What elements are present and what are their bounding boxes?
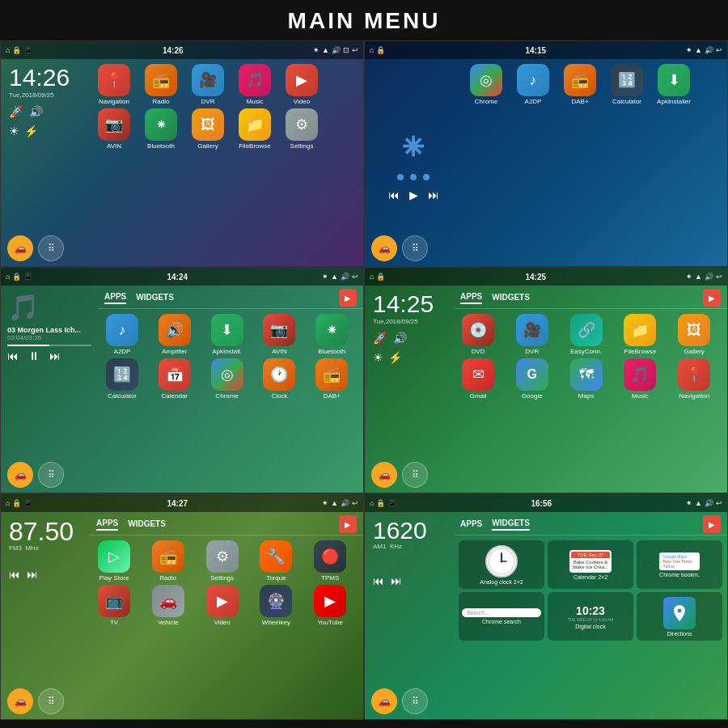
back-icon-3[interactable]: ↩ bbox=[352, 273, 358, 281]
app-vehicle-5[interactable]: 🚗 Vehicle bbox=[147, 585, 189, 626]
app-dab-3[interactable]: 📻 DAB+ bbox=[311, 358, 353, 400]
tab-apps-5[interactable]: APPS bbox=[96, 518, 118, 531]
freq-next-btn[interactable]: ⏭ bbox=[27, 568, 38, 581]
app-google-4[interactable]: G Google bbox=[511, 358, 553, 400]
app-torque-5[interactable]: 🔧 Torque bbox=[255, 540, 297, 582]
back-icon-2[interactable]: ↩ bbox=[716, 46, 722, 54]
app-apkinstall-3[interactable]: ⬇ ApkInstall. bbox=[206, 314, 248, 355]
app-amplifier-3[interactable]: 🔊 Amplifier bbox=[154, 314, 196, 355]
app-a2dp-p2[interactable]: ♪ A2DP bbox=[512, 64, 554, 105]
home-icon-4[interactable]: ⌂ bbox=[370, 273, 374, 281]
apps-button-1[interactable]: ⠿ bbox=[38, 235, 64, 261]
tab-play-6[interactable]: ▶ bbox=[703, 515, 721, 533]
expand-icon[interactable]: ⊡ bbox=[343, 46, 349, 54]
tab-play-3[interactable]: ▶ bbox=[339, 289, 357, 307]
app-chrome-3[interactable]: ◎ Chrome bbox=[206, 358, 248, 400]
app-clock-3[interactable]: 🕐 Clock bbox=[258, 358, 300, 400]
prev-btn[interactable]: ⏮ bbox=[7, 349, 19, 362]
app-wheelkey-5[interactable]: 🎡 Wheelkey bbox=[255, 585, 297, 626]
back-icon[interactable]: ↩ bbox=[352, 46, 358, 54]
rewind-btn[interactable]: ⏮ bbox=[388, 188, 400, 201]
app-settings-5[interactable]: ⚙ Settings bbox=[201, 540, 243, 582]
app-video[interactable]: ▶ Video bbox=[281, 64, 323, 105]
app-calendar-3[interactable]: 📅 Calendar bbox=[154, 358, 196, 400]
app-nav-4[interactable]: 📍 Navigation bbox=[673, 358, 715, 400]
volume-icon[interactable]: 🔊 bbox=[332, 46, 341, 54]
app-chrome-p2[interactable]: ◎ Chrome bbox=[465, 64, 507, 105]
speaker-icon-4[interactable]: 🔊 bbox=[393, 332, 407, 345]
car-button-6[interactable]: 🚗 bbox=[371, 688, 397, 714]
app-apkinstall-p2[interactable]: ⬇ ApkInstaller bbox=[653, 64, 695, 105]
apps-button-6[interactable]: ⠿ bbox=[402, 688, 428, 714]
app-maps-4[interactable]: 🗺 Maps bbox=[565, 358, 607, 400]
app-youtube-5[interactable]: ▶ YouTube bbox=[309, 585, 351, 626]
forward-btn[interactable]: ⏭ bbox=[428, 188, 439, 201]
volume-icon-6[interactable]: 🔊 bbox=[705, 499, 713, 507]
app-bluetooth-3[interactable]: ⁕ Bluetooth bbox=[311, 314, 353, 355]
equalizer-icon-4[interactable]: ⚡ bbox=[388, 351, 402, 364]
app-a2dp-3[interactable]: ♪ A2DP bbox=[101, 314, 143, 355]
volume-icon-2[interactable]: 🔊 bbox=[705, 46, 713, 54]
tab-apps-4[interactable]: APPS bbox=[460, 292, 482, 304]
app-calculator-3[interactable]: 🔢 Calculator bbox=[101, 358, 143, 400]
app-navigation[interactable]: 📍 Navigation bbox=[93, 64, 135, 105]
tab-play-5[interactable]: ▶ bbox=[339, 515, 357, 533]
app-avin-3[interactable]: 📷 AVIN bbox=[258, 314, 300, 355]
app-calculator-p2[interactable]: 🔢 Calculator bbox=[606, 64, 648, 105]
tab-widgets-5[interactable]: WIDGETS bbox=[128, 519, 166, 530]
next-btn[interactable]: ⏭ bbox=[49, 349, 61, 362]
app-playstore-5[interactable]: ▷ Play Store bbox=[93, 540, 135, 582]
app-dvd-4[interactable]: 💿 DVD bbox=[457, 314, 499, 355]
back-icon-6[interactable]: ↩ bbox=[716, 499, 722, 507]
app-settings[interactable]: ⚙ Settings bbox=[281, 108, 323, 150]
apps-button-4[interactable]: ⠿ bbox=[402, 462, 428, 488]
car-button-1[interactable]: 🚗 bbox=[7, 235, 33, 261]
back-icon-4[interactable]: ↩ bbox=[716, 273, 722, 281]
widget-chrome-bookmarks[interactable]: · Google Maps · New York Times · Yahoo C… bbox=[637, 540, 722, 589]
car-button-2[interactable]: 🚗 bbox=[371, 235, 397, 261]
tab-apps-6[interactable]: APPS bbox=[460, 519, 482, 530]
am-next-btn[interactable]: ⏭ bbox=[391, 574, 402, 587]
car-button-4[interactable]: 🚗 bbox=[371, 462, 397, 488]
freq-prev-btn[interactable]: ⏮ bbox=[9, 568, 20, 581]
volume-icon-3[interactable]: 🔊 bbox=[341, 273, 349, 281]
car-button-5[interactable]: 🚗 bbox=[7, 688, 33, 714]
widget-directions[interactable]: Directions bbox=[637, 592, 722, 641]
widget-analog-clock[interactable]: Analog clock 2×2 bbox=[459, 540, 544, 589]
app-gallery[interactable]: 🖼 Gallery bbox=[187, 108, 229, 150]
app-avin[interactable]: 📷 AVIN bbox=[93, 108, 135, 150]
widget-calendar[interactable]: TUE Sep 27 Bake Cookies &Make Ice Crea..… bbox=[548, 540, 633, 589]
tab-play-4[interactable]: ▶ bbox=[703, 289, 721, 307]
pause-btn[interactable]: ⏸ bbox=[28, 349, 40, 362]
back-icon-5[interactable]: ↩ bbox=[352, 499, 358, 507]
widget-chrome-search[interactable]: Search... Chrome search bbox=[459, 592, 544, 641]
brightness-icon-4[interactable]: ☀ bbox=[373, 351, 383, 364]
app-video-5[interactable]: ▶ Video bbox=[201, 585, 243, 626]
app-tv-5[interactable]: 📺 TV bbox=[93, 585, 135, 626]
home-icon-3[interactable]: ⌂ bbox=[6, 273, 10, 281]
widget-digital-clock[interactable]: 10:23 TUE WED 04 10 4:43 AM Digital cloc… bbox=[548, 592, 633, 641]
app-filebrowse[interactable]: 📁 FileBrowse bbox=[234, 108, 276, 150]
tab-widgets-6[interactable]: WIDGETS bbox=[492, 518, 530, 531]
tab-widgets-3[interactable]: WIDGETS bbox=[136, 293, 174, 303]
app-bluetooth[interactable]: ⁕ Bluetooth bbox=[140, 108, 182, 150]
app-filebrowse-4[interactable]: 📁 FileBrowse bbox=[619, 314, 661, 355]
home-icon[interactable]: ⌂ bbox=[6, 46, 10, 54]
home-icon-5[interactable]: ⌂ bbox=[6, 499, 10, 507]
app-music[interactable]: 🎵 Music bbox=[234, 64, 276, 105]
brightness-icon[interactable]: ☀ bbox=[9, 125, 19, 138]
volume-icon-4[interactable]: 🔊 bbox=[705, 273, 713, 281]
car-button-3[interactable]: 🚗 bbox=[7, 462, 33, 488]
volume-icon-5[interactable]: 🔊 bbox=[341, 499, 349, 507]
tab-widgets-4[interactable]: WIDGETS bbox=[492, 293, 530, 303]
home-icon-6[interactable]: ⌂ bbox=[370, 499, 374, 507]
app-gmail-4[interactable]: ✉ Gmail bbox=[457, 358, 499, 400]
play-btn[interactable]: ▶ bbox=[409, 188, 418, 201]
app-radio[interactable]: 📻 Radio bbox=[140, 64, 182, 105]
app-tpms-5[interactable]: 🔴 TPMS bbox=[309, 540, 351, 582]
app-dvr[interactable]: 🎥 DVR bbox=[187, 64, 229, 105]
speaker-icon[interactable]: 🔊 bbox=[29, 105, 43, 118]
apps-button-2[interactable]: ⠿ bbox=[402, 235, 428, 261]
home-icon-2[interactable]: ⌂ bbox=[370, 46, 374, 54]
apps-button-3[interactable]: ⠿ bbox=[38, 462, 64, 488]
